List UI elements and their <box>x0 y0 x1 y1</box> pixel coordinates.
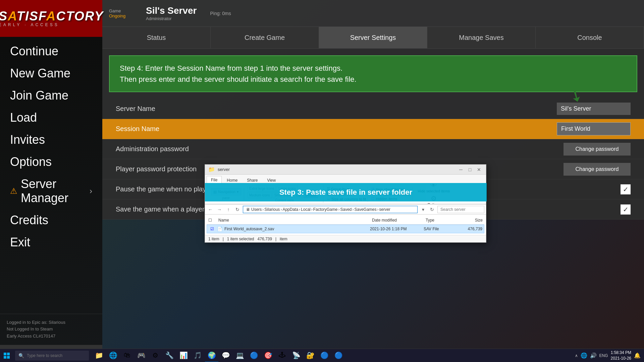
path-saved: Saved <box>340 207 352 212</box>
taskbar-app-6[interactable]: 🌍 <box>205 349 218 362</box>
file-explorer-titlebar: 📁 server ─ □ ✕ <box>205 165 486 175</box>
address-path[interactable]: 🖥 Users › Silarious › AppData › Local › … <box>243 206 418 213</box>
admin-password-row: Administration password Change password <box>102 139 644 159</box>
search-input[interactable] <box>437 206 484 213</box>
game-status-badge: Ongoing <box>109 13 139 18</box>
refresh-button[interactable]: ↻ <box>234 206 241 213</box>
tab-create-game[interactable]: Create Game <box>211 27 319 48</box>
pause-game-checkbox[interactable] <box>621 184 631 194</box>
session-name-label: Session Name <box>116 125 557 133</box>
path-factorygame: FactoryGame <box>313 207 338 212</box>
taskbar-app-edge[interactable]: 🌐 <box>106 349 120 362</box>
forward-button[interactable]: → <box>216 206 223 213</box>
ribbon-tabs: File Home Share View <box>205 175 486 184</box>
save-game-checkbox[interactable] <box>621 204 631 215</box>
tab-console[interactable]: Console <box>536 27 644 48</box>
windows-icon <box>3 352 10 359</box>
start-button[interactable] <box>0 349 13 362</box>
sidebar-item-invites[interactable]: Invites <box>0 129 102 151</box>
join-game-label: Join Game <box>10 88 68 103</box>
invites-label: Invites <box>10 133 45 147</box>
taskbar-app-11[interactable]: 🔵 <box>318 349 331 362</box>
dropdown-button[interactable]: ▾ <box>419 206 427 213</box>
status-selected-count: 1 item selected <box>227 237 254 241</box>
tray-network-icon[interactable]: 🌐 <box>581 352 587 359</box>
taskbar-app-7[interactable]: 🔵 <box>247 349 261 362</box>
footer-version: Early Access CL#170147 <box>7 333 96 340</box>
path-icon: 🖥 <box>246 207 250 212</box>
load-label: Load <box>10 111 37 125</box>
tray-volume-icon[interactable]: 🔊 <box>590 352 597 359</box>
sidebar-item-load[interactable]: Load <box>0 107 102 129</box>
status-item-count: 1 item <box>208 237 219 241</box>
taskbar-app-1[interactable]: 🎮 <box>135 349 148 362</box>
close-button[interactable]: ✕ <box>475 166 483 173</box>
server-manager-label: Server Manager <box>21 177 86 205</box>
tab-status[interactable]: Status <box>102 27 211 48</box>
tray-notification-icon[interactable]: 🔔 <box>634 352 641 359</box>
tray-clock: 1:58:34 PM 2021-10-26 <box>611 350 631 361</box>
tray-date-value: 2021-10-26 <box>611 356 631 361</box>
col-type: Type <box>424 217 458 223</box>
continue-label: Continue <box>10 44 58 58</box>
tab-manage-saves[interactable]: Manage Saves <box>427 27 536 48</box>
taskbar-app-2[interactable]: ⚙ <box>149 349 162 362</box>
taskbar-app-discord[interactable]: 💬 <box>219 349 232 362</box>
taskbar-app-9[interactable]: 📡 <box>289 349 303 362</box>
footer-epic: Logged in to Epic as: Silarious <box>7 319 96 326</box>
file-name-text: First World_autosave_2.sav <box>224 227 274 231</box>
tray-lang: ENG <box>599 353 608 358</box>
folder-icon: 📁 <box>208 166 215 173</box>
taskbar-app-store[interactable]: 🛍 <box>120 349 134 362</box>
taskbar-app-8[interactable]: 🎯 <box>261 349 275 362</box>
sidebar-item-new-game[interactable]: New Game <box>0 62 102 84</box>
sidebar-item-credits[interactable]: Credits <box>0 209 102 231</box>
nav-tabs: Status Create Game Server Settings Manag… <box>102 27 644 49</box>
minimize-button[interactable]: ─ <box>457 166 465 173</box>
game-label: Game <box>109 8 139 13</box>
taskbar-app-5[interactable]: 🎵 <box>191 349 204 362</box>
search-refresh-button[interactable]: ↻ <box>428 206 436 213</box>
taskbar-app-terminal[interactable]: 💻 <box>233 349 247 362</box>
col-size: Size <box>458 217 484 223</box>
file-name: 📄 First World_autosave_2.sav <box>217 226 370 232</box>
address-bar: ← → ↑ ↻ 🖥 Users › Silarious › AppData › … <box>205 204 486 215</box>
path-silarious: Silarious <box>264 207 280 212</box>
admin-change-password-button[interactable]: Change password <box>564 143 631 156</box>
path-local: Local <box>301 207 311 212</box>
taskbar-app-4[interactable]: 📊 <box>177 349 190 362</box>
file-checkbox[interactable]: ☑ <box>207 227 217 231</box>
taskbar-app-12[interactable]: 🔵 <box>332 349 345 362</box>
warning-icon: ⚠ <box>10 186 17 196</box>
taskbar-app-steam[interactable]: 🕹 <box>275 349 289 362</box>
taskbar: 🔍 📁 🌐 🛍 🎮 ⚙ 🔧 📊 🎵 🌍 💬 💻 🔵 🎯 🕹 📡 🔐 🔵 🔵 ∧ … <box>0 349 644 362</box>
exit-label: Exit <box>10 235 30 249</box>
file-type: SAV File <box>424 227 457 231</box>
taskbar-app-explorer[interactable]: 📁 <box>92 349 106 362</box>
sidebar-item-options[interactable]: Options <box>0 151 102 173</box>
footer-steam: Not Logged In to Steam <box>7 326 96 333</box>
tab-server-settings[interactable]: Server Settings <box>319 27 427 48</box>
server-name-label: Server Name <box>116 105 557 113</box>
maximize-button[interactable]: □ <box>466 166 474 173</box>
file-explorer-window: 📁 server ─ □ ✕ File Home Share View ▤ Na… <box>205 164 486 243</box>
logo-subtitle: EARLY · ACCESS <box>0 22 104 27</box>
list-header: ☐ Name Date modified Type Size <box>207 216 484 225</box>
taskbar-app-10[interactable]: 🔐 <box>304 349 317 362</box>
back-button[interactable]: ← <box>207 206 214 213</box>
session-name-input[interactable] <box>557 122 631 135</box>
up-button[interactable]: ↑ <box>225 206 232 213</box>
sidebar-item-join-game[interactable]: Join Game <box>0 84 102 107</box>
taskbar-app-3[interactable]: 🔧 <box>163 349 176 362</box>
sidebar-item-server-manager[interactable]: ⚠ Server Manager › <box>0 173 102 209</box>
taskbar-search-input[interactable] <box>27 353 86 358</box>
file-explorer-title: server <box>218 167 230 172</box>
options-label: Options <box>10 155 52 169</box>
sidebar-footer: Logged in to Epic as: Silarious Not Logg… <box>0 314 102 345</box>
tray-up-arrow[interactable]: ∧ <box>575 353 578 358</box>
sidebar-item-exit[interactable]: Exit <box>0 231 102 253</box>
sidebar-item-continue[interactable]: Continue <box>0 40 102 62</box>
player-change-password-button[interactable]: Change password <box>564 163 631 176</box>
file-explorer-statusbar: 1 item | 1 item selected 476,739 | item <box>205 235 486 242</box>
table-row[interactable]: ☑ 📄 First World_autosave_2.sav 2021-10-2… <box>207 225 484 233</box>
